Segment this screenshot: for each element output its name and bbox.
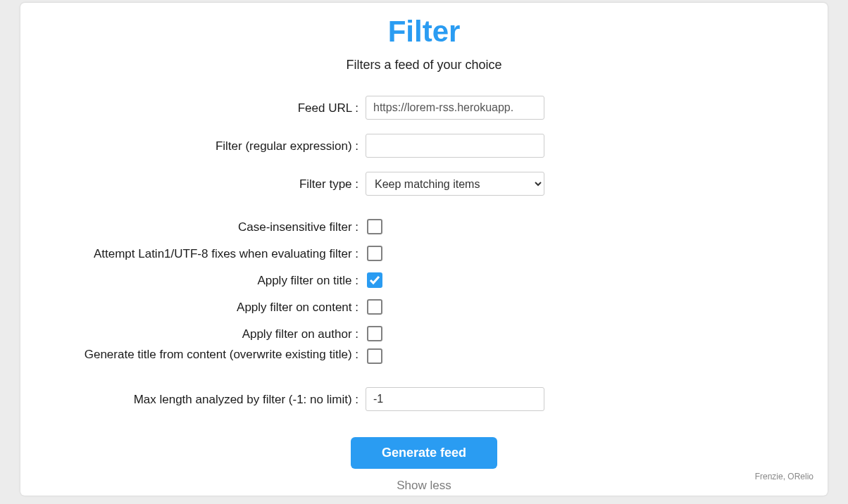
row-filter-type: Filter type : Keep matching items bbox=[20, 168, 828, 199]
label-filter-regex: Filter (regular expression) : bbox=[20, 139, 366, 153]
filter-type-select[interactable]: Keep matching items bbox=[366, 172, 544, 196]
feed-url-input[interactable] bbox=[366, 96, 544, 120]
label-apply-author: Apply filter on author : bbox=[20, 327, 366, 341]
label-gen-title: Generate title from content (overwrite e… bbox=[20, 347, 366, 362]
page-subtitle: Filters a feed of your choice bbox=[20, 58, 828, 73]
filter-regex-input[interactable] bbox=[366, 134, 544, 158]
row-max-length: Max length analyzed by filter (-1: no li… bbox=[20, 384, 828, 415]
row-apply-content: Apply filter on content : bbox=[20, 294, 828, 320]
row-attempt-fixes: Attempt Latin1/UTF-8 fixes when evaluati… bbox=[20, 240, 828, 267]
row-case-insensitive: Case-insensitive filter : bbox=[20, 213, 828, 240]
credits-text: Frenzie, ORelio bbox=[755, 472, 813, 481]
label-filter-type: Filter type : bbox=[20, 177, 366, 191]
max-length-input[interactable] bbox=[366, 387, 544, 411]
apply-author-checkbox[interactable] bbox=[367, 326, 382, 341]
filter-card: Filter Filters a feed of your choice Fee… bbox=[20, 3, 828, 496]
page-title: Filter bbox=[20, 15, 828, 48]
show-less-link[interactable]: Show less bbox=[20, 479, 828, 493]
row-apply-title: Apply filter on title : bbox=[20, 267, 828, 294]
gen-title-checkbox[interactable] bbox=[367, 348, 382, 364]
label-apply-content: Apply filter on content : bbox=[20, 300, 366, 315]
label-case-insensitive: Case-insensitive filter : bbox=[20, 220, 366, 234]
row-feed-url: Feed URL : bbox=[20, 92, 828, 123]
generate-feed-button[interactable]: Generate feed bbox=[351, 437, 497, 469]
attempt-fixes-checkbox[interactable] bbox=[367, 246, 382, 261]
label-max-length: Max length analyzed by filter (-1: no li… bbox=[20, 392, 366, 407]
label-apply-title: Apply filter on title : bbox=[20, 273, 366, 288]
check-icon bbox=[369, 275, 380, 286]
case-insensitive-checkbox[interactable] bbox=[367, 219, 382, 234]
label-attempt-fixes: Attempt Latin1/UTF-8 fixes when evaluati… bbox=[20, 246, 366, 261]
apply-content-checkbox[interactable] bbox=[367, 299, 382, 315]
row-gen-title: Generate title from content (overwrite e… bbox=[20, 347, 828, 384]
label-feed-url: Feed URL : bbox=[20, 101, 366, 115]
apply-title-checkbox[interactable] bbox=[367, 272, 382, 288]
filter-form: Feed URL : Filter (regular expression) :… bbox=[20, 92, 828, 493]
row-filter-regex: Filter (regular expression) : bbox=[20, 130, 828, 161]
row-apply-author: Apply filter on author : bbox=[20, 320, 828, 347]
